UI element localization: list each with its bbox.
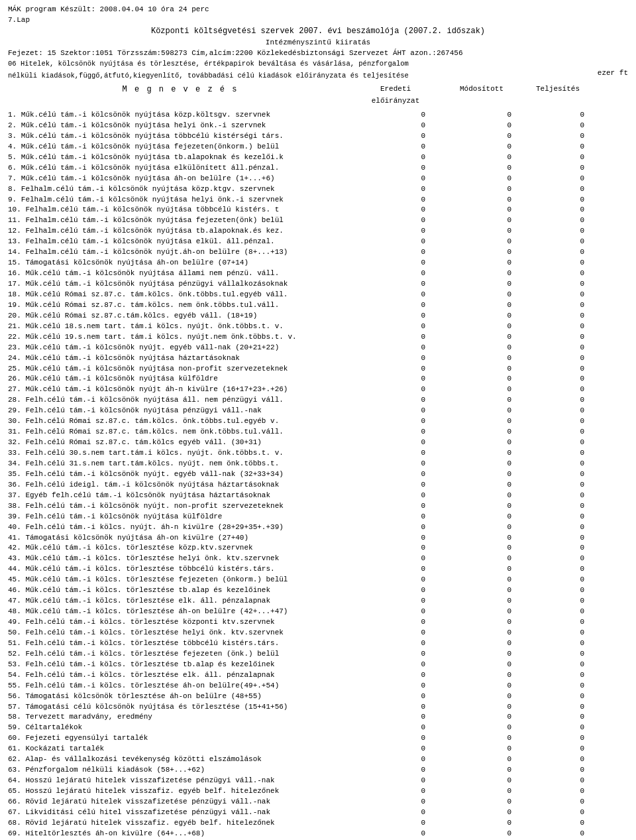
table-row: 32. Felh.célú Római sz.87.c. tám.kölcs e… bbox=[8, 438, 628, 448]
table-row: 17. Műk.célú tám.-i kölcsönök nyújtása p… bbox=[8, 279, 628, 290]
program-info: MÁK program Készült: 2008.04.04 10 óra 2… bbox=[8, 5, 628, 13]
row-val-teljesites: 0 bbox=[525, 480, 591, 491]
row-val-eredeti: 0 bbox=[352, 607, 439, 617]
table-row: 15. Támogatási kölcsönök nyújtása áh-on … bbox=[8, 258, 628, 269]
row-val-eredeti: 0 bbox=[352, 395, 439, 406]
row-label: 58. Tervezett maradvány, eredmény bbox=[8, 712, 352, 723]
row-label: 57. Támogatási célú kölcsönök nyújtása é… bbox=[8, 702, 352, 713]
table-row: 35. Felh.célú tám.-i kölcsönök nyújt. eg… bbox=[8, 469, 628, 480]
lap-info: 7.Lap bbox=[8, 16, 628, 24]
row-val-teljesites: 0 bbox=[525, 427, 591, 438]
row-label: 14. Felhalm.célú tám.-i kölcsönök nyújt.… bbox=[8, 247, 352, 258]
table-row: 36. Felh.célú ideigl. tám.-i kölcsönök n… bbox=[8, 480, 628, 491]
row-val-teljesites: 0 bbox=[525, 459, 591, 469]
row-label: 27. Műk.célú tám.-i kölcsönök nyújt áh-n… bbox=[8, 385, 352, 395]
row-val-teljesites: 0 bbox=[525, 438, 591, 448]
table-row: 13. Felhalm.célú tám.-i kölcsönök nyújtá… bbox=[8, 237, 628, 247]
row-val-eredeti: 0 bbox=[352, 712, 439, 723]
row-val-eredeti: 0 bbox=[352, 353, 439, 364]
row-val-eredeti: 0 bbox=[352, 638, 439, 649]
row-label: 34. Felh.célú 31.s.nem tart.tám.kölcs. n… bbox=[8, 459, 352, 469]
table-row: 42. Műk.célú tám.-i kölcs. törlesztése k… bbox=[8, 543, 628, 554]
row-val-eredeti: 0 bbox=[352, 142, 439, 152]
row-label: 37. Egyéb felh.célú tám.-i kölcsönök nyú… bbox=[8, 491, 352, 501]
row-label: 69. Hiteltörlesztés áh-on kivülre (64+..… bbox=[8, 829, 352, 839]
row-val-teljesites: 0 bbox=[525, 195, 591, 206]
row-label: 60. Fejezeti egyensúlyi tartalék bbox=[8, 733, 352, 744]
row-val-teljesites: 0 bbox=[525, 649, 591, 660]
row-val-eredeti: 0 bbox=[352, 332, 439, 343]
table-row: 30. Felh.célú Római sz.87.c. tám.kölcs. … bbox=[8, 416, 628, 427]
row-val-modositott: 0 bbox=[439, 226, 525, 237]
row-val-teljesites: 0 bbox=[525, 300, 591, 311]
row-val-teljesites: 0 bbox=[525, 765, 591, 776]
table-row: 59. Céltartalékok 0 0 0 bbox=[8, 723, 628, 733]
row-label: 30. Felh.célú Római sz.87.c. tám.kölcs. … bbox=[8, 416, 352, 427]
row-val-modositott: 0 bbox=[439, 184, 525, 195]
row-val-modositott: 0 bbox=[439, 786, 525, 797]
table-row: 5. Műk.célú tám.-i kölcsönök nyújtása tb… bbox=[8, 152, 628, 163]
table-row: 27. Műk.célú tám.-i kölcsönök nyújt áh-n… bbox=[8, 385, 628, 395]
row-val-modositott: 0 bbox=[439, 491, 525, 501]
row-label: 64. Hosszú lejáratú hitelek visszafizeté… bbox=[8, 776, 352, 786]
table-row: 41. Támogatási kölcsönök nyújtása áh-on … bbox=[8, 533, 628, 544]
table-row: 26. Műk.célú tám.-i kölcsönök nyújtása k… bbox=[8, 374, 628, 385]
row-val-eredeti: 0 bbox=[352, 290, 439, 300]
row-label: 52. Felh.célú tám.-i kölcs. törlesztése … bbox=[8, 649, 352, 660]
row-label: 67. Likviditási célú hitel visszafizetés… bbox=[8, 808, 352, 818]
row-val-teljesites: 0 bbox=[525, 670, 591, 681]
row-val-eredeti: 0 bbox=[352, 702, 439, 713]
row-val-eredeti: 0 bbox=[352, 818, 439, 829]
row-val-modositott: 0 bbox=[439, 174, 525, 184]
row-val-teljesites: 0 bbox=[525, 205, 591, 215]
table-row: 51. Felh.célú tám.-i kölcs. törlesztése … bbox=[8, 638, 628, 649]
row-label: 23. Műk.célú tám.-i kölcsönök nyújt. egy… bbox=[8, 343, 352, 353]
row-label: 1. Műk.célú tám.-i kölcsönök nyújtása kö… bbox=[8, 110, 352, 121]
row-val-modositott: 0 bbox=[439, 607, 525, 617]
row-val-modositott: 0 bbox=[439, 364, 525, 375]
row-val-eredeti: 0 bbox=[352, 131, 439, 142]
row-val-eredeti: 0 bbox=[352, 269, 439, 279]
table-row: 69. Hiteltörlesztés áh-on kivülre (64+..… bbox=[8, 829, 628, 839]
table-row: 23. Műk.célú tám.-i kölcsönök nyújt. egy… bbox=[8, 343, 628, 353]
row-val-modositott: 0 bbox=[439, 385, 525, 395]
row-label: 28. Felh.célú tám.-i kölcsönök nyújtása … bbox=[8, 395, 352, 406]
row-val-eredeti: 0 bbox=[352, 427, 439, 438]
row-label: 21. Műk.célú 18.s.nem tart. tám.i kölcs.… bbox=[8, 322, 352, 332]
table-row: 7. Műk.célú tám.-i kölcsönök nyújtása áh… bbox=[8, 174, 628, 184]
row-val-teljesites: 0 bbox=[525, 744, 591, 754]
row-val-teljesites: 0 bbox=[525, 681, 591, 691]
table-row: 55. Felh.célú tám.-i kölcs. törlesztése … bbox=[8, 681, 628, 691]
row-val-eredeti: 0 bbox=[352, 543, 439, 554]
header-top: MÁK program Készült: 2008.04.04 10 óra 2… bbox=[8, 5, 628, 24]
row-val-teljesites: 0 bbox=[525, 258, 591, 269]
table-row: 28. Felh.célú tám.-i kölcsönök nyújtása … bbox=[8, 395, 628, 406]
row-val-modositott: 0 bbox=[439, 628, 525, 638]
row-val-teljesites: 0 bbox=[525, 512, 591, 522]
row-val-teljesites: 0 bbox=[525, 776, 591, 786]
page-subtitle: Intézményszintű kiiratás bbox=[8, 38, 628, 46]
table-row: 6. Műk.célú tám.-i kölcsönök nyújtása el… bbox=[8, 163, 628, 174]
row-label: 45. Műk.célú tám.-i kölcs. törlesztése f… bbox=[8, 575, 352, 585]
row-val-modositott: 0 bbox=[439, 406, 525, 416]
table-row: 8. Felhalm.célú tám.-i kölcsönök nyújtás… bbox=[8, 184, 628, 195]
row-val-teljesites: 0 bbox=[525, 501, 591, 512]
row-val-modositott: 0 bbox=[439, 649, 525, 660]
row-val-teljesites: 0 bbox=[525, 712, 591, 723]
row-val-modositott: 0 bbox=[439, 448, 525, 459]
row-label: 41. Támogatási kölcsönök nyújtása áh-on … bbox=[8, 533, 352, 544]
row-val-teljesites: 0 bbox=[525, 754, 591, 765]
row-label: 55. Felh.célú tám.-i kölcs. törlesztése … bbox=[8, 681, 352, 691]
row-val-modositott: 0 bbox=[439, 818, 525, 829]
col-teljesites: Teljesítés bbox=[525, 85, 591, 94]
row-label: 3. Műk.célú tám.-i kölcsönök nyújtása tö… bbox=[8, 131, 352, 142]
row-label: 6. Műk.célú tám.-i kölcsönök nyújtása el… bbox=[8, 163, 352, 174]
table-row: 4. Műk.célú tám.-i kölcsönök nyújtása fe… bbox=[8, 142, 628, 152]
row-val-modositott: 0 bbox=[439, 300, 525, 311]
row-val-modositott: 0 bbox=[439, 311, 525, 322]
row-val-eredeti: 0 bbox=[352, 564, 439, 575]
row-val-modositott: 0 bbox=[439, 152, 525, 163]
row-val-modositott: 0 bbox=[439, 332, 525, 343]
table-row: 53. Felh.célú tám.-i kölcs. törlesztése … bbox=[8, 660, 628, 670]
col-modositott: Módosított bbox=[439, 85, 525, 94]
